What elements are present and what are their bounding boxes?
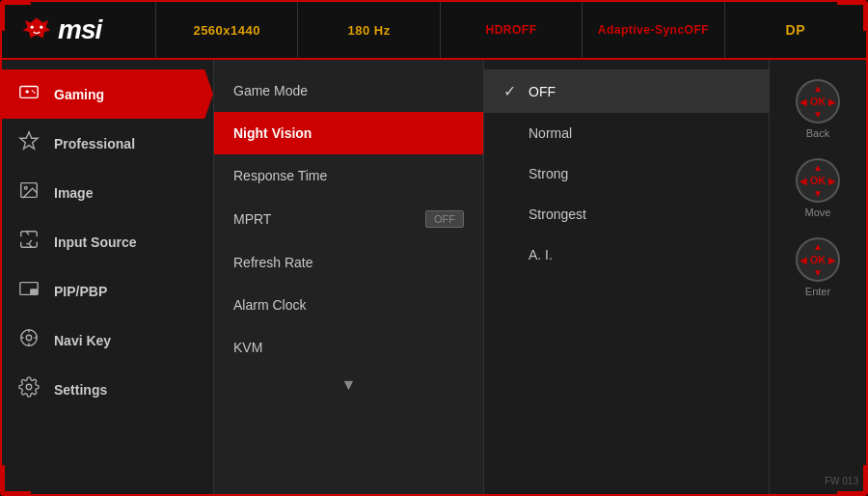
menu-item-response-time[interactable]: Response Time — [214, 154, 483, 197]
svg-marker-5 — [20, 132, 38, 149]
option-ai[interactable]: A. I. — [484, 234, 769, 275]
move-arrow-up-icon: ▲ — [813, 162, 823, 173]
svg-point-1 — [40, 26, 42, 29]
game-mode-label: Game Mode — [233, 83, 308, 98]
navi-key-icon — [17, 327, 41, 353]
settings-icon — [17, 376, 41, 402]
check-off: ✓ — [503, 82, 519, 100]
sidebar-item-image[interactable]: Image — [2, 168, 213, 217]
enter-button[interactable]: ▲ ▼ ◀ ▶ OK Enter — [796, 237, 840, 297]
svg-point-0 — [31, 26, 34, 29]
sidebar-item-settings[interactable]: Settings — [2, 365, 213, 414]
corner-bl — [2, 465, 31, 494]
enter-arrow-up-icon: ▲ — [813, 241, 823, 252]
move-circle[interactable]: ▲ ▼ ◀ ▶ OK — [796, 158, 840, 203]
enter-ok-text: OK — [810, 254, 827, 265]
sidebar-item-professional[interactable]: Professional — [2, 119, 213, 168]
msi-logo: msi — [21, 14, 101, 45]
enter-arrow-down-icon: ▼ — [813, 267, 823, 278]
enter-label: Enter — [805, 286, 830, 297]
refresh-rate-label: Refresh Rate — [233, 255, 312, 270]
sidebar-item-navi-key[interactable]: Navi Key — [2, 316, 213, 365]
alarm-clock-label: Alarm Clock — [233, 297, 306, 313]
hdr-display: HDR OFF — [441, 2, 583, 58]
sidebar-gaming-label: Gaming — [54, 87, 104, 102]
option-strong-label: Strong — [529, 166, 568, 181]
sidebar-navi-label: Navi Key — [54, 333, 111, 348]
move-arrow-down-icon: ▼ — [813, 188, 823, 199]
sidebar-professional-label: Professional — [54, 136, 135, 152]
move-arrow-left-icon: ◀ — [800, 176, 807, 186]
arrow-down-icon: ▼ — [813, 109, 823, 120]
top-info: 2560x1440 180 Hz HDR OFF Adaptive-Sync O… — [156, 2, 866, 58]
professional-icon — [17, 130, 41, 156]
middle-panel: Game Mode Night Vision Response Time MPR… — [214, 60, 484, 496]
sidebar-image-label: Image — [54, 185, 93, 201]
image-icon — [17, 179, 41, 206]
svg-point-12 — [26, 384, 32, 390]
adaptive-label: Adaptive-Sync — [598, 23, 685, 37]
resolution-value: 2560x1440 — [193, 23, 260, 38]
options-panel: ✓ OFF Normal Strong Strongest A. I. — [484, 60, 770, 496]
sidebar-input-label: Input Source — [54, 234, 137, 250]
move-button[interactable]: ▲ ▼ ◀ ▶ OK Move — [796, 158, 840, 218]
svg-rect-9 — [31, 289, 37, 294]
option-strongest[interactable]: Strongest — [484, 194, 769, 234]
input-source-icon — [17, 229, 41, 255]
svg-point-3 — [32, 90, 34, 92]
move-arrow-right-icon: ▶ — [828, 176, 836, 186]
option-off[interactable]: ✓ OFF — [484, 69, 769, 113]
hdr-label: HDR — [486, 23, 513, 37]
option-normal[interactable]: Normal — [484, 113, 769, 153]
main-container: msi 2560x1440 180 Hz HDR OFF Adaptive-Sy… — [0, 0, 868, 496]
option-strongest-label: Strongest — [529, 207, 586, 222]
sidebar-settings-label: Settings — [54, 382, 107, 398]
enter-arrow-left-icon: ◀ — [800, 255, 807, 265]
hdr-value: OFF — [512, 23, 537, 37]
controls-panel: ▲ ▼ ◀ ▶ OK Back ▲ ▼ ◀ ▶ OK Move — [770, 60, 866, 496]
menu-item-night-vision[interactable]: Night Vision — [214, 112, 483, 154]
sidebar-item-input-source[interactable]: Input Source — [2, 217, 213, 266]
option-off-label: OFF — [529, 84, 556, 99]
main-content: Gaming Professional Image Input Source — [2, 60, 866, 496]
arrow-up-icon: ▲ — [813, 83, 823, 94]
sidebar-item-gaming[interactable]: Gaming — [2, 69, 213, 119]
move-label: Move — [805, 207, 831, 218]
corner-tr — [837, 2, 866, 31]
menu-item-alarm-clock[interactable]: Alarm Clock — [214, 284, 483, 326]
back-button[interactable]: ▲ ▼ ◀ ▶ OK Back — [796, 79, 840, 139]
svg-point-11 — [26, 335, 32, 341]
menu-item-mprt[interactable]: MPRT OFF — [214, 197, 483, 241]
sidebar-item-pip-pbp[interactable]: PIP/PBP — [2, 266, 213, 316]
option-ai-label: A. I. — [529, 247, 553, 262]
arrow-right-icon: ▶ — [828, 96, 836, 107]
dp-value: DP — [786, 22, 805, 38]
back-label: Back — [806, 127, 829, 139]
pip-pbp-icon — [17, 278, 41, 304]
refresh-value: 180 Hz — [348, 23, 391, 38]
night-vision-label: Night Vision — [233, 125, 312, 141]
corner-tl — [2, 2, 31, 31]
menu-item-game-mode[interactable]: Game Mode — [214, 69, 483, 112]
mprt-label: MPRT — [233, 211, 271, 227]
back-circle[interactable]: ▲ ▼ ◀ ▶ OK — [796, 79, 840, 124]
enter-arrow-right-icon: ▶ — [828, 255, 836, 265]
enter-circle[interactable]: ▲ ▼ ◀ ▶ OK — [796, 237, 840, 282]
menu-item-refresh-rate[interactable]: Refresh Rate — [214, 241, 483, 284]
option-strong[interactable]: Strong — [484, 153, 769, 194]
move-ok-text: OK — [810, 175, 827, 186]
adaptive-sync-display: Adaptive-Sync OFF — [583, 2, 724, 58]
scroll-down-arrow[interactable]: ▼ — [214, 369, 483, 401]
response-time-label: Response Time — [233, 168, 327, 183]
sidebar: Gaming Professional Image Input Source — [2, 60, 214, 496]
menu-item-kvm[interactable]: KVM — [214, 326, 483, 369]
adaptive-value: OFF — [685, 23, 710, 37]
gaming-icon — [17, 81, 41, 107]
top-bar: msi 2560x1440 180 Hz HDR OFF Adaptive-Sy… — [2, 2, 866, 60]
mprt-toggle[interactable]: OFF — [425, 210, 464, 228]
kvm-label: KVM — [233, 340, 262, 355]
svg-point-7 — [24, 186, 27, 189]
msi-text-logo: msi — [58, 14, 101, 45]
arrow-left-icon: ◀ — [800, 96, 807, 107]
option-normal-label: Normal — [529, 125, 572, 141]
